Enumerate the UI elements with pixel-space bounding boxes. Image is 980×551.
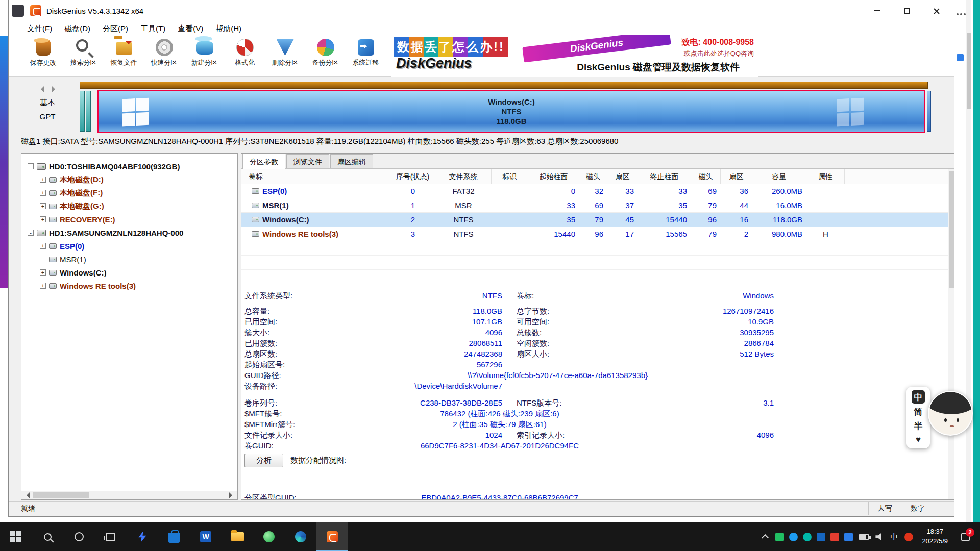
background-scrollbar-thumb[interactable] xyxy=(967,33,971,109)
re-tools-partition-bar[interactable] xyxy=(927,91,931,132)
backup-partition-button[interactable]: 备份分区 xyxy=(305,36,346,76)
expand-icon[interactable]: + xyxy=(40,203,46,209)
tree-item-local-g[interactable]: +本地磁盘(G:) xyxy=(21,199,237,213)
action-center-button[interactable]: 2 xyxy=(954,533,976,541)
partition-row-windows-c-selected[interactable]: Windows(C:) 2 NTFS 35 79 45 15440 96 16 … xyxy=(241,213,954,227)
mascot-avatar[interactable] xyxy=(928,391,973,436)
tab-browse-files[interactable]: 浏览文件 xyxy=(286,154,329,168)
tree-item-msr[interactable]: MSR(1) xyxy=(21,253,237,266)
ime-simplified-toggle[interactable]: 简 xyxy=(914,406,923,418)
close-button[interactable] xyxy=(921,0,951,21)
save-changes-button[interactable]: 保存更改 xyxy=(23,36,63,76)
battery-icon[interactable] xyxy=(859,534,869,540)
expand-icon[interactable]: + xyxy=(40,269,46,276)
col-start-head[interactable]: 磁头 xyxy=(579,169,607,184)
expand-icon[interactable]: + xyxy=(40,243,46,249)
scrollbar-thumb[interactable] xyxy=(949,171,954,288)
partition-row-esp[interactable]: ESP(0) 0 FAT32 0 32 33 33 69 36 260.0MB xyxy=(241,184,954,198)
col-end-sector[interactable]: 扇区 xyxy=(721,169,752,184)
tab-sector-edit[interactable]: 扇区编辑 xyxy=(330,154,373,168)
collapse-icon[interactable]: - xyxy=(28,230,34,236)
col-attribute[interactable]: 属性 xyxy=(806,169,845,184)
ad-qq-link[interactable]: 或点击此处选择QQ咨询 xyxy=(684,49,754,58)
menu-tools[interactable]: 工具(T) xyxy=(134,21,172,36)
panel-vertical-scrollbar[interactable] xyxy=(948,169,954,500)
more-icon[interactable] xyxy=(957,8,968,11)
partition-row-windows-re[interactable]: Windows RE tools(3) 3 NTFS 15440 96 17 1… xyxy=(241,227,954,241)
tray-snowflake-icon[interactable] xyxy=(844,533,853,541)
col-start-cylinder[interactable]: 起始柱面 xyxy=(528,169,579,184)
ime-halfwidth-toggle[interactable]: 半 xyxy=(914,420,923,432)
tray-qq-icon[interactable] xyxy=(817,533,825,541)
tray-green-app-icon[interactable] xyxy=(775,533,784,541)
taskbar-app-explorer[interactable] xyxy=(222,522,253,551)
tree-item-local-d[interactable]: +本地磁盘(D:) xyxy=(21,173,237,186)
menu-file[interactable]: 文件(F) xyxy=(21,21,58,36)
taskbar-app-thunder[interactable] xyxy=(127,522,158,551)
heart-icon[interactable]: ♥ xyxy=(916,435,921,445)
col-end-cylinder[interactable]: 终止柱面 xyxy=(638,169,691,184)
prev-disk-arrow-icon[interactable] xyxy=(37,86,44,93)
menu-disk[interactable]: 磁盘(D) xyxy=(58,21,96,36)
col-flag[interactable]: 标识 xyxy=(492,169,528,184)
tree-horizontal-scrollbar[interactable] xyxy=(21,491,237,499)
col-filesystem[interactable]: 文件系统 xyxy=(435,169,492,184)
system-migrate-button[interactable]: 系统迁移 xyxy=(346,36,386,76)
search-partition-button[interactable]: 搜索分区 xyxy=(63,36,104,76)
tray-red-app-icon[interactable] xyxy=(830,533,839,541)
tree-item-hd0[interactable]: -HD0:TOSHIBAMQ04ABF100(932GB) xyxy=(21,160,237,173)
ime-chinese-toggle[interactable]: 中 xyxy=(912,390,925,404)
scroll-right-icon[interactable] xyxy=(229,492,235,498)
recover-files-button[interactable]: 恢复文件 xyxy=(104,36,144,76)
tree-item-recovery-e[interactable]: +RECOVERY(E:) xyxy=(21,213,237,226)
expand-icon[interactable]: + xyxy=(40,190,46,196)
disk-capacity-bar[interactable] xyxy=(80,82,928,89)
col-seq-status[interactable]: 序号(状态) xyxy=(390,169,435,184)
collapse-icon[interactable]: - xyxy=(28,163,34,169)
tree-item-windows-re[interactable]: +Windows RE tools(3) xyxy=(21,279,237,292)
task-view-button[interactable] xyxy=(95,522,127,551)
tab-partition-params[interactable]: 分区参数 xyxy=(242,154,285,169)
msr-partition-bar[interactable] xyxy=(86,91,91,132)
menu-view[interactable]: 查看(V) xyxy=(172,21,209,36)
next-disk-arrow-icon[interactable] xyxy=(52,86,59,93)
scroll-left-icon[interactable] xyxy=(23,492,30,498)
col-volume-label[interactable]: 卷标 xyxy=(241,169,390,184)
tray-blue-circle-icon[interactable] xyxy=(789,533,798,541)
maximize-button[interactable] xyxy=(892,0,921,21)
taskbar-app-word[interactable]: W xyxy=(190,522,222,551)
tree-item-hd1[interactable]: -HD1:SAMSUNGMZNLN128HAHQ-000 xyxy=(21,226,237,239)
taskbar-app-browser[interactable] xyxy=(253,522,285,551)
cortana-button[interactable] xyxy=(63,522,95,551)
minimize-button[interactable] xyxy=(862,0,892,21)
analyze-button[interactable]: 分析 xyxy=(244,454,283,467)
tree-item-local-f[interactable]: +本地磁盘(F:) xyxy=(21,186,237,199)
new-partition-button[interactable]: 新建分区 xyxy=(184,36,225,76)
partition-row-msr[interactable]: MSR(1) 1 MSR 33 69 37 35 79 44 16.0MB xyxy=(241,198,954,213)
tree-item-esp[interactable]: +ESP(0) xyxy=(21,239,237,253)
format-button[interactable]: 格式化 xyxy=(225,36,265,76)
taskbar-app-diskgenius-active[interactable] xyxy=(316,522,348,551)
col-start-sector[interactable]: 扇区 xyxy=(607,169,638,184)
scrollbar-thumb[interactable] xyxy=(33,492,89,498)
taskbar-search-button[interactable] xyxy=(32,522,63,551)
tray-sogou-icon[interactable] xyxy=(904,533,913,541)
windows-c-partition-bar[interactable]: Windows(C:) NTFS 118.0GB xyxy=(97,90,925,133)
taskbar-app-store[interactable] xyxy=(158,522,190,551)
tray-teal-icon[interactable] xyxy=(803,533,812,541)
col-capacity[interactable]: 容量 xyxy=(752,169,806,184)
expand-icon[interactable]: + xyxy=(40,216,46,222)
expand-icon[interactable]: + xyxy=(40,283,46,289)
speaker-icon[interactable] xyxy=(875,533,883,541)
ime-indicator[interactable]: 中 xyxy=(890,532,898,542)
start-button[interactable] xyxy=(0,522,32,551)
delete-partition-button[interactable]: 删除分区 xyxy=(265,36,305,76)
menu-help[interactable]: 帮助(H) xyxy=(209,21,248,36)
taskbar-clock[interactable]: 18:37 2022/5/9 xyxy=(922,527,948,546)
tree-item-windows-c[interactable]: +Windows(C:) xyxy=(21,266,237,279)
ad-banner[interactable]: 数据丢了怎么办!! DiskGenius DiskGenius 致电: 400-… xyxy=(391,35,758,77)
menu-partition[interactable]: 分区(P) xyxy=(96,21,134,36)
esp-partition-bar[interactable] xyxy=(80,91,85,132)
quick-partition-button[interactable]: 快速分区 xyxy=(144,36,184,76)
taskbar-app-edge[interactable] xyxy=(285,522,316,551)
